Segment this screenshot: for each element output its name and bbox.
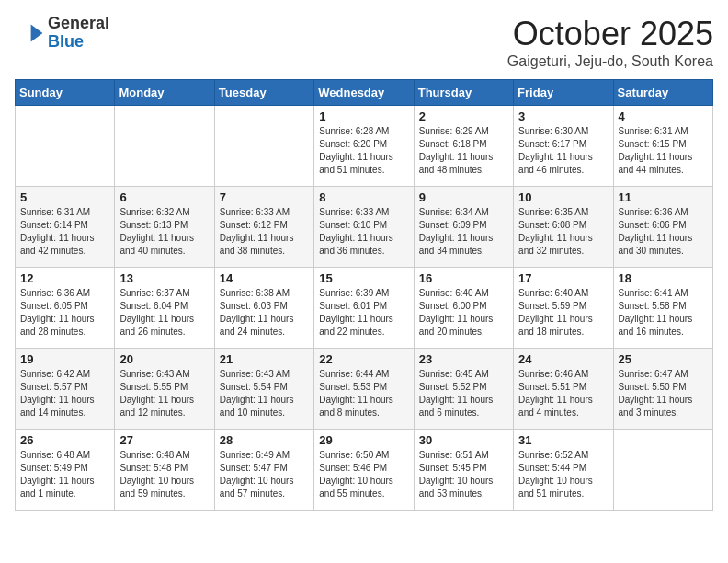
cell-info: Sunrise: 6:48 AM Sunset: 5:48 PM Dayligh… (119, 449, 209, 500)
cell-info: Sunrise: 6:36 AM Sunset: 6:05 PM Dayligh… (20, 287, 109, 339)
day-number: 16 (419, 271, 508, 285)
weekday-header-tuesday: Tuesday (214, 80, 313, 106)
weekday-header-thursday: Thursday (414, 80, 513, 106)
calendar-week-2: 5Sunrise: 6:31 AM Sunset: 6:14 PM Daylig… (16, 187, 713, 268)
cell-info: Sunrise: 6:48 AM Sunset: 5:49 PM Dayligh… (20, 449, 109, 500)
day-number: 29 (319, 433, 408, 447)
cell-info: Sunrise: 6:52 AM Sunset: 5:44 PM Dayligh… (518, 449, 608, 500)
cell-info: Sunrise: 6:31 AM Sunset: 6:15 PM Dayligh… (619, 125, 708, 177)
svg-marker-1 (31, 24, 43, 41)
calendar-cell (613, 430, 712, 511)
calendar-cell: 8Sunrise: 6:33 AM Sunset: 6:10 PM Daylig… (314, 187, 414, 268)
calendar-cell: 26Sunrise: 6:48 AM Sunset: 5:49 PM Dayli… (16, 430, 115, 511)
calendar-cell: 5Sunrise: 6:31 AM Sunset: 6:14 PM Daylig… (16, 187, 115, 268)
calendar-cell: 1Sunrise: 6:28 AM Sunset: 6:20 PM Daylig… (314, 106, 414, 187)
calendar-cell (16, 106, 115, 187)
logo: General Blue (15, 15, 109, 52)
cell-info: Sunrise: 6:47 AM Sunset: 5:50 PM Dayligh… (619, 368, 708, 419)
calendar-cell: 4Sunrise: 6:31 AM Sunset: 6:15 PM Daylig… (613, 106, 712, 187)
weekday-header-wednesday: Wednesday (314, 80, 414, 106)
calendar-cell: 6Sunrise: 6:32 AM Sunset: 6:13 PM Daylig… (115, 187, 214, 268)
calendar-cell: 9Sunrise: 6:34 AM Sunset: 6:09 PM Daylig… (414, 187, 513, 268)
cell-info: Sunrise: 6:30 AM Sunset: 6:17 PM Dayligh… (518, 125, 608, 177)
day-number: 27 (119, 433, 209, 447)
calendar-cell: 16Sunrise: 6:40 AM Sunset: 6:00 PM Dayli… (414, 268, 513, 349)
calendar-cell: 21Sunrise: 6:43 AM Sunset: 5:54 PM Dayli… (214, 349, 313, 430)
calendar-cell: 11Sunrise: 6:36 AM Sunset: 6:06 PM Dayli… (613, 187, 712, 268)
calendar-cell: 12Sunrise: 6:36 AM Sunset: 6:05 PM Dayli… (16, 268, 115, 349)
cell-info: Sunrise: 6:49 AM Sunset: 5:47 PM Dayligh… (220, 449, 309, 500)
title-block: October 2025 Gaigeturi, Jeju-do, South K… (507, 15, 713, 70)
cell-info: Sunrise: 6:38 AM Sunset: 6:03 PM Dayligh… (220, 287, 309, 339)
day-number: 4 (619, 109, 708, 123)
calendar-week-5: 26Sunrise: 6:48 AM Sunset: 5:49 PM Dayli… (16, 430, 713, 511)
cell-info: Sunrise: 6:36 AM Sunset: 6:06 PM Dayligh… (619, 206, 708, 258)
calendar-cell: 17Sunrise: 6:40 AM Sunset: 5:59 PM Dayli… (514, 268, 613, 349)
cell-info: Sunrise: 6:28 AM Sunset: 6:20 PM Dayligh… (319, 125, 408, 177)
month-title: October 2025 (507, 15, 713, 53)
cell-info: Sunrise: 6:29 AM Sunset: 6:18 PM Dayligh… (419, 125, 508, 177)
cell-info: Sunrise: 6:32 AM Sunset: 6:13 PM Dayligh… (119, 206, 209, 258)
day-number: 22 (319, 352, 408, 366)
day-number: 3 (518, 109, 608, 123)
cell-info: Sunrise: 6:31 AM Sunset: 6:14 PM Dayligh… (20, 206, 109, 258)
cell-info: Sunrise: 6:50 AM Sunset: 5:46 PM Dayligh… (319, 449, 408, 500)
cell-info: Sunrise: 6:51 AM Sunset: 5:45 PM Dayligh… (419, 449, 508, 500)
cell-info: Sunrise: 6:33 AM Sunset: 6:12 PM Dayligh… (220, 206, 309, 258)
logo-blue-text: Blue (48, 33, 109, 52)
calendar-cell: 28Sunrise: 6:49 AM Sunset: 5:47 PM Dayli… (214, 430, 313, 511)
day-number: 31 (518, 433, 608, 447)
calendar-cell (115, 106, 214, 187)
calendar-cell: 18Sunrise: 6:41 AM Sunset: 5:58 PM Dayli… (613, 268, 712, 349)
weekday-header-sunday: Sunday (16, 80, 115, 106)
cell-info: Sunrise: 6:41 AM Sunset: 5:58 PM Dayligh… (619, 287, 708, 339)
weekday-header-row: SundayMondayTuesdayWednesdayThursdayFrid… (16, 80, 713, 106)
calendar-cell (214, 106, 313, 187)
day-number: 20 (119, 352, 209, 366)
calendar-week-4: 19Sunrise: 6:42 AM Sunset: 5:57 PM Dayli… (16, 349, 713, 430)
day-number: 30 (419, 433, 508, 447)
cell-info: Sunrise: 6:42 AM Sunset: 5:57 PM Dayligh… (20, 368, 109, 419)
calendar-cell: 27Sunrise: 6:48 AM Sunset: 5:48 PM Dayli… (115, 430, 214, 511)
day-number: 21 (220, 352, 309, 366)
day-number: 14 (220, 271, 309, 285)
cell-info: Sunrise: 6:33 AM Sunset: 6:10 PM Dayligh… (319, 206, 408, 258)
day-number: 26 (20, 433, 109, 447)
calendar-cell: 23Sunrise: 6:45 AM Sunset: 5:52 PM Dayli… (414, 349, 513, 430)
calendar-cell: 24Sunrise: 6:46 AM Sunset: 5:51 PM Dayli… (514, 349, 613, 430)
calendar-cell: 19Sunrise: 6:42 AM Sunset: 5:57 PM Dayli… (16, 349, 115, 430)
cell-info: Sunrise: 6:37 AM Sunset: 6:04 PM Dayligh… (119, 287, 209, 339)
location-subtitle: Gaigeturi, Jeju-do, South Korea (507, 53, 713, 70)
day-number: 6 (119, 190, 209, 204)
calendar-table: SundayMondayTuesdayWednesdayThursdayFrid… (15, 79, 713, 511)
calendar-cell: 3Sunrise: 6:30 AM Sunset: 6:17 PM Daylig… (514, 106, 613, 187)
calendar-cell: 30Sunrise: 6:51 AM Sunset: 5:45 PM Dayli… (414, 430, 513, 511)
calendar-cell: 29Sunrise: 6:50 AM Sunset: 5:46 PM Dayli… (314, 430, 414, 511)
cell-info: Sunrise: 6:46 AM Sunset: 5:51 PM Dayligh… (518, 368, 608, 419)
cell-info: Sunrise: 6:40 AM Sunset: 6:00 PM Dayligh… (419, 287, 508, 339)
calendar-week-3: 12Sunrise: 6:36 AM Sunset: 6:05 PM Dayli… (16, 268, 713, 349)
calendar-cell: 22Sunrise: 6:44 AM Sunset: 5:53 PM Dayli… (314, 349, 414, 430)
day-number: 12 (20, 271, 109, 285)
day-number: 10 (518, 190, 608, 204)
logo-icon (15, 18, 44, 48)
day-number: 28 (220, 433, 309, 447)
day-number: 17 (518, 271, 608, 285)
day-number: 9 (419, 190, 508, 204)
weekday-header-monday: Monday (115, 80, 214, 106)
day-number: 25 (619, 352, 708, 366)
page-header: General Blue October 2025 Gaigeturi, Jej… (15, 15, 713, 70)
cell-info: Sunrise: 6:45 AM Sunset: 5:52 PM Dayligh… (419, 368, 508, 419)
day-number: 8 (319, 190, 408, 204)
day-number: 18 (619, 271, 708, 285)
calendar-cell: 25Sunrise: 6:47 AM Sunset: 5:50 PM Dayli… (613, 349, 712, 430)
calendar-week-1: 1Sunrise: 6:28 AM Sunset: 6:20 PM Daylig… (16, 106, 713, 187)
weekday-header-friday: Friday (514, 80, 613, 106)
day-number: 24 (518, 352, 608, 366)
day-number: 7 (220, 190, 309, 204)
day-number: 11 (619, 190, 708, 204)
weekday-header-saturday: Saturday (613, 80, 712, 106)
day-number: 1 (319, 109, 408, 123)
day-number: 5 (20, 190, 109, 204)
cell-info: Sunrise: 6:43 AM Sunset: 5:55 PM Dayligh… (119, 368, 209, 419)
